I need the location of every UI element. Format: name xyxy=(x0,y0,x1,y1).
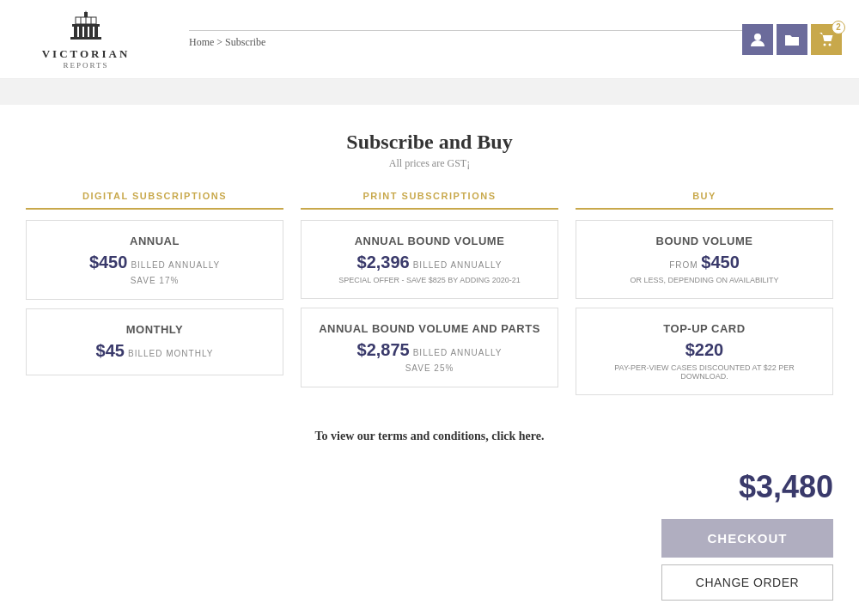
card-annual-bound-parts-price: $2,875 xyxy=(357,340,410,359)
card-annual-bound-special: SPECIAL OFFER - SAVE $825 BY ADDING 2020… xyxy=(315,276,544,284)
breadcrumb: Home > Subscribe xyxy=(189,36,742,49)
column-digital: DIGITAL SUBSCRIPTIONS ANNUAL $450 BILLED… xyxy=(17,191,292,404)
card-annual-bound-billing: BILLED ANNUALLY xyxy=(413,260,503,270)
breadcrumb-separator: > xyxy=(216,36,222,48)
card-annual-save: SAVE 17% xyxy=(40,276,269,285)
columns: DIGITAL SUBSCRIPTIONS ANNUAL $450 BILLED… xyxy=(17,191,842,404)
svg-rect-6 xyxy=(89,27,93,37)
checkout-button[interactable]: CHECKOUT xyxy=(661,519,833,558)
card-bound-volume-special: OR LESS, DEPENDING ON AVAILABILITY xyxy=(590,276,819,284)
page-subtitle: All prices are GST¡ xyxy=(17,157,842,170)
card-annual-bound-price: $2,396 xyxy=(357,253,410,271)
card-bound-volume-prefix: FROM xyxy=(669,260,701,270)
card-annual-price-row: $450 BILLED ANNUALLY xyxy=(40,253,269,272)
column-header-buy: BUY xyxy=(576,191,833,210)
card-annual-billing: BILLED ANNUALLY xyxy=(131,260,220,270)
change-order-button[interactable]: CHANGE ORDER xyxy=(661,564,833,601)
card-monthly-price-row: $45 BILLED MONTHLY xyxy=(40,341,269,361)
terms-link[interactable]: To view our terms and conditions, click … xyxy=(17,430,842,443)
svg-rect-8 xyxy=(70,37,101,40)
user-button[interactable] xyxy=(742,24,773,55)
logo-subtitle: REPORTS xyxy=(64,61,109,70)
column-header-print: PRINT SUBSCRIPTIONS xyxy=(301,191,558,210)
breadcrumb-current: Subscribe xyxy=(225,36,265,48)
cart-section: $3,480 CHECKOUT CHANGE ORDER BACK TO HOM… xyxy=(17,469,842,616)
card-annual[interactable]: ANNUAL $450 BILLED ANNUALLY SAVE 17% xyxy=(26,220,283,300)
svg-rect-4 xyxy=(79,27,82,37)
card-annual-title: ANNUAL xyxy=(40,235,269,247)
card-annual-bound-parts-title: ANNUAL BOUND VOLUME AND PARTS xyxy=(315,322,544,335)
card-bound-volume-title: BOUND VOLUME xyxy=(590,235,819,247)
cart-total: $3,480 xyxy=(739,469,833,505)
header-icons: 2 xyxy=(742,24,842,55)
svg-point-13 xyxy=(754,34,761,40)
card-topup[interactable]: TOP-UP CARD $220 PAY-PER-VIEW CASES DISC… xyxy=(576,308,833,395)
card-annual-bound-parts-save: SAVE 25% xyxy=(315,363,544,373)
card-annual-bound-parts-billing: BILLED ANNUALLY xyxy=(413,348,503,357)
card-monthly[interactable]: MONTHLY $45 BILLED MONTHLY xyxy=(26,308,283,375)
logo: VICTORIAN REPORTS xyxy=(17,9,155,70)
page-title: Subscribe and Buy xyxy=(17,131,842,154)
main-content: Subscribe and Buy All prices are GST¡ DI… xyxy=(0,105,859,616)
cart-button[interactable]: 2 xyxy=(811,24,842,55)
card-annual-bound-price-row: $2,396 BILLED ANNUALLY xyxy=(315,253,544,272)
cart-badge: 2 xyxy=(832,21,845,34)
svg-rect-7 xyxy=(94,27,98,37)
svg-rect-3 xyxy=(74,27,77,37)
card-annual-price: $450 xyxy=(89,253,128,271)
card-topup-price-row: $220 xyxy=(590,340,819,360)
card-annual-bound-title: ANNUAL BOUND VOLUME xyxy=(315,235,544,247)
card-topup-title: TOP-UP CARD xyxy=(590,322,819,335)
logo-icon xyxy=(69,9,103,47)
card-bound-volume[interactable]: BOUND VOLUME FROM $450 OR LESS, DEPENDIN… xyxy=(576,220,833,299)
svg-point-15 xyxy=(829,43,832,46)
column-print: PRINT SUBSCRIPTIONS ANNUAL BOUND VOLUME … xyxy=(292,191,567,404)
card-bound-volume-price: $450 xyxy=(701,253,740,271)
gray-band xyxy=(0,79,859,105)
card-topup-price: $220 xyxy=(685,340,724,359)
card-monthly-billing: BILLED MONTHLY xyxy=(128,349,213,358)
nav-area: Home > Subscribe xyxy=(155,30,742,49)
logo-title: VICTORIAN xyxy=(42,47,131,61)
header: VICTORIAN REPORTS Home > Subscribe xyxy=(0,0,859,79)
folder-button[interactable] xyxy=(777,24,807,55)
column-buy: BUY BOUND VOLUME FROM $450 OR LESS, DEPE… xyxy=(567,191,842,404)
card-bound-volume-price-row: FROM $450 xyxy=(590,253,819,272)
card-annual-bound-parts[interactable]: ANNUAL BOUND VOLUME AND PARTS $2,875 BIL… xyxy=(301,308,558,387)
card-monthly-price: $45 xyxy=(96,341,125,360)
card-annual-bound-parts-price-row: $2,875 BILLED ANNUALLY xyxy=(315,340,544,360)
column-header-digital: DIGITAL SUBSCRIPTIONS xyxy=(26,191,283,210)
card-monthly-title: MONTHLY xyxy=(40,323,269,336)
card-annual-bound[interactable]: ANNUAL BOUND VOLUME $2,396 BILLED ANNUAL… xyxy=(301,220,558,299)
svg-point-14 xyxy=(824,43,826,46)
card-topup-special: PAY-PER-VIEW CASES DISCOUNTED AT $22 PER… xyxy=(590,363,819,381)
breadcrumb-home[interactable]: Home xyxy=(189,36,214,48)
svg-rect-5 xyxy=(84,27,88,37)
